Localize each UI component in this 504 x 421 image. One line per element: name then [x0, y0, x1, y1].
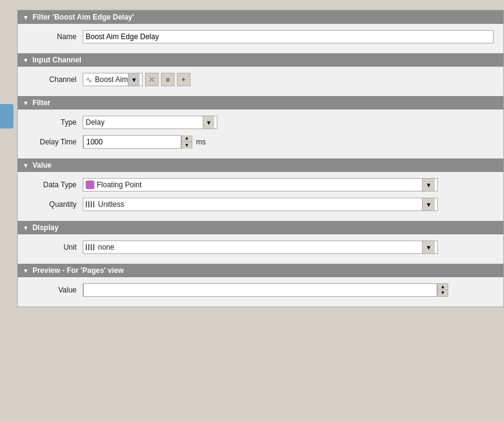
- delay-time-label: Delay Time: [28, 138, 77, 146]
- channel-select[interactable]: ∿ Boost Aim ▼: [83, 73, 143, 86]
- preview-value-label: Value: [28, 286, 77, 294]
- data-type-dropdown-button[interactable]: ▼: [422, 179, 435, 191]
- channel-label: Channel: [28, 75, 77, 84]
- filter-type-section-header[interactable]: ▼ Filter: [18, 96, 503, 110]
- list-icon: ≡: [166, 76, 170, 83]
- preview-arrow-icon: ▼: [23, 267, 29, 274]
- type-field-row: Type Delay ▼: [28, 114, 494, 130]
- left-tab: [0, 104, 13, 129]
- display-section-header[interactable]: ▼ Display: [18, 221, 503, 234]
- name-value: [83, 30, 494, 43]
- input-channel-arrow-icon: ▼: [23, 57, 29, 64]
- filter-type-section: Type Delay ▼ Delay Time ▲ ▼: [18, 110, 503, 158]
- clear-icon: ✕: [148, 75, 156, 84]
- unit-label: Unit: [28, 243, 77, 251]
- delay-time-controls: ▲ ▼ ms: [83, 135, 206, 149]
- data-type-field-row: Data Type Floating Point ▼: [28, 177, 494, 193]
- name-section: Name: [18, 24, 503, 53]
- unit-value: none: [98, 243, 422, 251]
- type-value: Delay: [86, 118, 203, 127]
- delay-spinner: ▲ ▼: [181, 135, 192, 149]
- display-header-label: Display: [32, 223, 59, 232]
- add-icon: ✦: [181, 76, 186, 84]
- preview-value-input[interactable]: [83, 283, 437, 297]
- channel-controls: ∿ Boost Aim ▼ ✕ ≡ ✦: [83, 73, 190, 86]
- quantity-label: Quantity: [28, 200, 77, 209]
- delay-time-field-row: Delay Time ▲ ▼ ms: [28, 134, 494, 150]
- unit-field-row: Unit none ▼: [28, 239, 494, 255]
- type-select[interactable]: Delay ▼: [83, 116, 217, 129]
- filter-section-header[interactable]: ▼ Filter 'Boost Aim Edge Delay': [18, 10, 503, 24]
- preview-spinner: ▲ ▼: [438, 283, 448, 297]
- type-label: Type: [28, 118, 77, 127]
- cube-icon: [86, 181, 94, 189]
- data-type-value: Floating Point: [97, 181, 422, 189]
- delay-input-wrap: ▲ ▼: [83, 135, 192, 149]
- display-arrow-icon: ▼: [23, 225, 29, 231]
- name-input[interactable]: [83, 30, 494, 43]
- value-header-label: Value: [32, 161, 51, 170]
- type-dropdown-button[interactable]: ▼: [203, 116, 214, 129]
- preview-input-wrap: [83, 283, 438, 297]
- preview-header-label: Preview - For 'Pages' view: [32, 266, 124, 275]
- channel-section: Channel ∿ Boost Aim ▼ ✕ ≡: [18, 67, 503, 96]
- channel-list-button[interactable]: ≡: [161, 73, 175, 86]
- channel-field-row: Channel ∿ Boost Aim ▼ ✕ ≡: [28, 72, 494, 88]
- input-channel-label: Input Channel: [32, 56, 81, 64]
- filter-type-label: Filter: [32, 99, 50, 107]
- channel-clear-button[interactable]: ✕: [145, 73, 159, 86]
- value-section-header[interactable]: ▼ Value: [18, 158, 503, 172]
- channel-dropdown-button[interactable]: ▼: [128, 73, 140, 86]
- unit-display-icon: [86, 244, 96, 250]
- quantity-value: Unitless: [98, 200, 422, 209]
- filter-arrow-icon: ▼: [23, 14, 29, 21]
- preview-spin-up[interactable]: ▲: [438, 284, 448, 290]
- name-label: Name: [28, 32, 77, 41]
- quantity-field-row: Quantity Unitless ▼: [28, 196, 494, 212]
- delay-time-input[interactable]: [83, 135, 181, 149]
- value-section: Data Type Floating Point ▼ Quantity Unit…: [18, 172, 503, 221]
- delay-spin-up[interactable]: ▲: [182, 135, 192, 142]
- ms-label: ms: [196, 138, 206, 146]
- preview-field-row: Value ▲ ▼: [28, 282, 494, 298]
- delay-spin-down[interactable]: ▼: [182, 142, 192, 149]
- preview-section-header[interactable]: ▼ Preview - For 'Pages' view: [18, 264, 503, 277]
- wave-icon: ∿: [86, 75, 92, 84]
- preview-input-controls: ▲ ▼: [83, 283, 448, 297]
- quantity-select[interactable]: Unitless ▼: [83, 198, 438, 211]
- name-field-row: Name: [28, 29, 494, 45]
- filter-type-arrow-icon: ▼: [23, 100, 29, 106]
- channel-value: Boost Aim: [95, 75, 128, 84]
- display-section: Unit none ▼: [18, 234, 503, 264]
- data-type-select[interactable]: Floating Point ▼: [83, 178, 438, 192]
- channel-add-button[interactable]: ✦: [177, 73, 190, 86]
- preview-spin-down[interactable]: ▼: [438, 290, 448, 296]
- input-channel-header[interactable]: ▼ Input Channel: [18, 53, 503, 67]
- unit-select[interactable]: none ▼: [83, 240, 438, 254]
- quantity-dropdown-button[interactable]: ▼: [422, 198, 435, 210]
- filter-header-label: Filter 'Boost Aim Edge Delay': [32, 13, 134, 21]
- unit-icon: [86, 201, 96, 207]
- value-arrow-icon: ▼: [23, 162, 29, 169]
- preview-section: Value ▲ ▼: [18, 277, 503, 307]
- data-type-label: Data Type: [28, 181, 77, 189]
- unit-dropdown-button[interactable]: ▼: [422, 241, 435, 253]
